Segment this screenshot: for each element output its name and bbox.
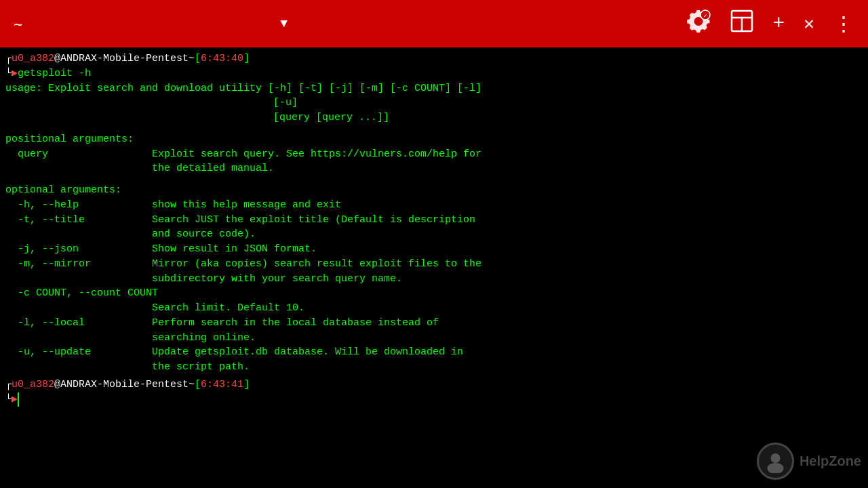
timestamp-2: 6:43:41 (201, 378, 243, 392)
add-tab-icon[interactable]: + (772, 12, 785, 35)
bracket-close-2: ] (243, 378, 250, 392)
output-j-arg: -j, --json Show result in JSON format. (5, 242, 863, 257)
output-optional-header: optional arguments: (5, 183, 863, 198)
output-query-arg: query Exploit search query. See https://… (5, 147, 863, 162)
topbar: ~ ▼ ✓ + ✕ ⋮ (0, 0, 868, 47)
timestamp-1: 6:43:40 (201, 52, 243, 66)
output-l-arg-2: searching online. (5, 331, 863, 346)
username-1: u0_a382 (12, 52, 54, 66)
blank-1 (5, 125, 863, 132)
bracket-open-1: [ (195, 52, 201, 66)
bracket-top-2: ┌ (5, 378, 12, 392)
tilde-1: ~ (189, 52, 195, 66)
arrow-1: ▶ (12, 66, 18, 81)
output-h-arg: -h, --help show this help message and ex… (5, 198, 863, 213)
output-u-arg: -u, --update Update getsploit.db databas… (5, 345, 863, 360)
output-m-arg-2: subdirectory with your search query name… (5, 272, 863, 287)
bracket-top-1: ┌ (5, 52, 12, 66)
hostname-2: @ANDRAX-Mobile-Pentest (54, 378, 189, 392)
bracket-bot-2: └ (5, 392, 12, 407)
command-1: getsploit -h (18, 66, 91, 81)
output-c-arg-2: Search limit. Default 10. (5, 301, 863, 316)
watermark: HelpZone (719, 434, 868, 488)
prompt-1-cmd: └ ▶ getsploit -h (5, 66, 863, 81)
terminal: ┌ u0_a382 @ANDRAX-Mobile-Pentest ~ [ 6:4… (0, 47, 868, 488)
output-c-arg: -c COUNT, --count COUNT (5, 286, 863, 301)
output-usage-3: [query [query ...]] (5, 110, 863, 125)
svg-text:✓: ✓ (704, 12, 707, 19)
hostname-1: @ANDRAX-Mobile-Pentest (54, 52, 189, 66)
output-t-arg: -t, --title Search JUST the exploit titl… (5, 213, 863, 228)
arrow-2: ▶ (12, 392, 18, 407)
more-options-icon[interactable]: ⋮ (833, 12, 854, 37)
topbar-title: ~ (14, 16, 22, 33)
output-m-arg: -m, --mirror Mirror (aka copies) search … (5, 257, 863, 272)
topbar-left: ~ (14, 16, 22, 33)
output-u-arg-2: the script path. (5, 360, 863, 375)
topbar-icons: ✓ + ✕ ⋮ (687, 9, 854, 39)
output-usage-2: [-u] (5, 96, 863, 110)
close-icon[interactable]: ✕ (804, 13, 814, 35)
prompt-2-cmd: └ ▶ (5, 392, 863, 407)
dropdown-arrow[interactable]: ▼ (280, 17, 288, 30)
prompt-1: ┌ u0_a382 @ANDRAX-Mobile-Pentest ~ [ 6:4… (5, 52, 863, 66)
svg-point-6 (767, 463, 783, 473)
watermark-avatar (757, 443, 794, 480)
output-l-arg: -l, --local Perform search in the local … (5, 316, 863, 331)
output-positional-header: positional arguments: (5, 132, 863, 147)
output-t-arg-2: and source code). (5, 227, 863, 242)
tilde-2: ~ (189, 378, 195, 392)
watermark-text: HelpZone (800, 451, 861, 471)
settings-gear-icon[interactable]: ✓ (687, 9, 711, 39)
bracket-open-2: [ (195, 378, 201, 392)
layout-icon[interactable] (730, 9, 753, 38)
output-usage: usage: Exploit search and download utili… (5, 81, 863, 96)
prompt-2: ┌ u0_a382 @ANDRAX-Mobile-Pentest ~ [ 6:4… (5, 378, 863, 392)
bracket-bot-1: └ (5, 66, 12, 81)
output-query-arg-2: the detailed manual. (5, 161, 863, 176)
cursor-2[interactable] (18, 392, 25, 407)
bracket-close-1: ] (243, 52, 250, 66)
username-2: u0_a382 (12, 378, 54, 392)
blank-2 (5, 176, 863, 183)
svg-point-5 (770, 453, 780, 463)
